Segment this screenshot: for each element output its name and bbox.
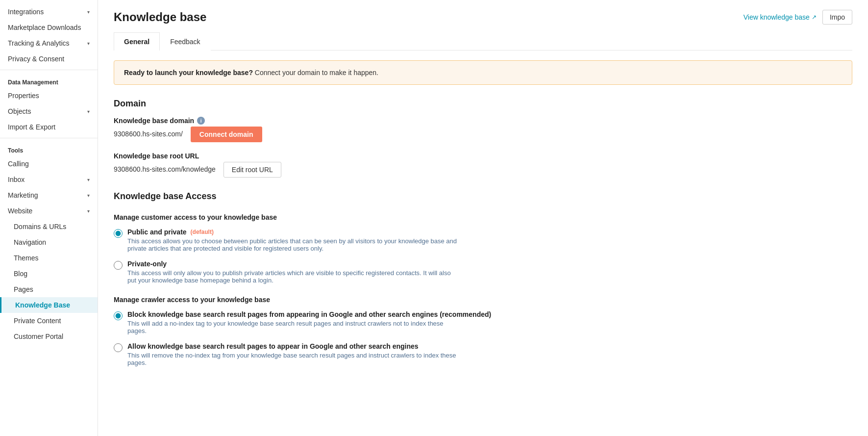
sidebar-section-tools: Tools bbox=[0, 141, 98, 156]
sidebar-item-label: Integrations bbox=[8, 8, 44, 16]
sidebar-item-private-content[interactable]: Private Content bbox=[0, 313, 98, 329]
chevron-down-icon: ▾ bbox=[87, 208, 90, 214]
sidebar-item-label: Tracking & Analytics bbox=[8, 39, 70, 47]
sidebar-item-label: Import & Export bbox=[8, 123, 55, 131]
radio-public-private-description: This access allows you to choose between… bbox=[127, 237, 461, 252]
tabs-bar: General Feedback bbox=[114, 32, 852, 51]
radio-public-private-labels: Public and private (default) This access… bbox=[127, 228, 461, 252]
sidebar-item-calling[interactable]: Calling bbox=[0, 156, 98, 172]
access-section: Knowledge base Access Manage customer ac… bbox=[114, 191, 852, 366]
page-title: Knowledge base bbox=[114, 10, 206, 24]
chevron-down-icon: ▾ bbox=[87, 41, 90, 46]
sidebar-item-customer-portal[interactable]: Customer Portal bbox=[0, 329, 98, 344]
sidebar-item-label: Pages bbox=[14, 285, 33, 293]
connect-domain-button[interactable]: Connect domain bbox=[191, 127, 262, 142]
radio-option-private-only: Private-only This access will only allow… bbox=[114, 260, 852, 284]
sidebar-item-import-export[interactable]: Import & Export bbox=[0, 119, 98, 135]
chevron-down-icon: ▾ bbox=[87, 193, 90, 198]
sidebar-item-website[interactable]: Website ▾ bbox=[0, 203, 98, 219]
import-button[interactable]: Impo bbox=[822, 10, 852, 25]
root-url-row: 9308600.hs-sites.com/knowledge Edit root… bbox=[114, 162, 852, 178]
domain-row: 9308600.hs-sites.com/ Connect domain bbox=[114, 127, 852, 142]
domain-label: Knowledge base domain i bbox=[114, 117, 852, 125]
sidebar-item-integrations[interactable]: Integrations ▾ bbox=[0, 4, 98, 20]
sidebar-item-domains-urls[interactable]: Domains & URLs bbox=[0, 219, 98, 234]
sidebar-divider-2 bbox=[0, 138, 98, 138]
radio-option-public-private: Public and private (default) This access… bbox=[114, 228, 852, 252]
radio-allow-crawlers-description: This will remove the no-index tag from y… bbox=[127, 352, 461, 366]
edit-root-url-button[interactable]: Edit root URL bbox=[223, 162, 281, 178]
view-knowledge-base-label: View knowledge base bbox=[744, 13, 810, 21]
radio-private-only-description: This access will only allow you to publi… bbox=[127, 269, 461, 284]
radio-allow-crawlers-labels: Allow knowledge base search result pages… bbox=[127, 342, 461, 366]
sidebar-item-themes[interactable]: Themes bbox=[0, 250, 98, 266]
radio-public-private[interactable] bbox=[114, 229, 123, 238]
radio-private-only[interactable] bbox=[114, 261, 123, 270]
sidebar-divider bbox=[0, 70, 98, 70]
crawler-access-radio-group: Block knowledge base search result pages… bbox=[114, 310, 852, 366]
sidebar-item-label: Knowledge Base bbox=[15, 301, 70, 309]
content-area: Ready to launch your knowledge base? Con… bbox=[98, 60, 868, 382]
manage-customer-access-label: Manage customer access to your knowledge… bbox=[114, 213, 852, 221]
sidebar-item-marketing[interactable]: Marketing ▾ bbox=[0, 187, 98, 203]
sidebar-item-label: Customer Portal bbox=[14, 333, 63, 340]
sidebar-item-label: Blog bbox=[14, 270, 27, 278]
sidebar-item-label: Calling bbox=[8, 160, 29, 168]
sidebar-item-navigation[interactable]: Navigation bbox=[0, 234, 98, 250]
sidebar-item-objects[interactable]: Objects ▾ bbox=[0, 103, 98, 119]
main-content: Knowledge base View knowledge base ↗ Imp… bbox=[98, 0, 868, 436]
banner-description: Connect your domain to make it happen. bbox=[255, 69, 378, 77]
customer-access-radio-group: Public and private (default) This access… bbox=[114, 228, 852, 284]
sidebar-item-knowledge-base[interactable]: Knowledge Base bbox=[0, 297, 98, 313]
sidebar-item-privacy-consent[interactable]: Privacy & Consent bbox=[0, 51, 98, 67]
sidebar-item-label: Website bbox=[8, 207, 32, 215]
page-header: Knowledge base View knowledge base ↗ Imp… bbox=[98, 0, 868, 25]
sidebar-item-tracking-analytics[interactable]: Tracking & Analytics ▾ bbox=[0, 35, 98, 51]
sidebar-section-data-management: Data Management bbox=[0, 73, 98, 88]
badge-default: (default) bbox=[191, 229, 214, 235]
domain-section: Domain Knowledge base domain i 9308600.h… bbox=[114, 99, 852, 178]
sidebar-item-pages[interactable]: Pages bbox=[0, 282, 98, 297]
sidebar: Integrations ▾ Marketplace Downloads Tra… bbox=[0, 0, 98, 436]
banner-text: Ready to launch your knowledge base? Con… bbox=[124, 69, 378, 77]
access-section-title: Knowledge base Access bbox=[114, 191, 852, 202]
tab-feedback[interactable]: Feedback bbox=[160, 32, 210, 51]
radio-allow-crawlers[interactable] bbox=[114, 343, 123, 352]
chevron-down-icon: ▾ bbox=[87, 109, 90, 114]
banner-bold-text: Ready to launch your knowledge base? bbox=[124, 69, 253, 77]
chevron-down-icon: ▾ bbox=[87, 9, 90, 15]
sidebar-item-label: Privacy & Consent bbox=[8, 55, 64, 63]
radio-private-only-labels: Private-only This access will only allow… bbox=[127, 260, 461, 284]
chevron-down-icon: ▾ bbox=[87, 177, 90, 182]
radio-block-crawlers-labels: Block knowledge base search result pages… bbox=[127, 310, 491, 334]
radio-public-private-label[interactable]: Public and private (default) bbox=[127, 228, 461, 236]
radio-allow-crawlers-label[interactable]: Allow knowledge base search result pages… bbox=[127, 342, 461, 350]
sidebar-item-label: Marketing bbox=[8, 191, 38, 199]
radio-block-crawlers-description: This will add a no-index tag to your kno… bbox=[127, 320, 461, 334]
info-banner: Ready to launch your knowledge base? Con… bbox=[114, 60, 852, 85]
sidebar-item-label: Private Content bbox=[14, 317, 61, 325]
sidebar-item-label: Inbox bbox=[8, 176, 25, 183]
domain-section-title: Domain bbox=[114, 99, 852, 109]
root-url-label: Knowledge base root URL bbox=[114, 152, 852, 160]
radio-option-allow-crawlers: Allow knowledge base search result pages… bbox=[114, 342, 852, 366]
root-url-value: 9308600.hs-sites.com/knowledge bbox=[114, 165, 216, 173]
header-actions: View knowledge base ↗ Impo bbox=[744, 10, 852, 25]
sidebar-item-label: Objects bbox=[8, 107, 31, 115]
manage-crawler-access-label: Manage crawler access to your knowledge … bbox=[114, 296, 852, 304]
sidebar-item-label: Properties bbox=[8, 92, 39, 100]
tab-general[interactable]: General bbox=[114, 32, 160, 51]
info-icon[interactable]: i bbox=[197, 117, 205, 125]
radio-block-crawlers[interactable] bbox=[114, 311, 123, 320]
sidebar-item-label: Navigation bbox=[14, 238, 46, 246]
domain-value: 9308600.hs-sites.com/ bbox=[114, 130, 183, 138]
view-knowledge-base-link[interactable]: View knowledge base ↗ bbox=[744, 13, 817, 21]
sidebar-item-blog[interactable]: Blog bbox=[0, 266, 98, 282]
sidebar-item-inbox[interactable]: Inbox ▾ bbox=[0, 172, 98, 187]
radio-block-crawlers-label[interactable]: Block knowledge base search result pages… bbox=[127, 310, 491, 318]
radio-private-only-label[interactable]: Private-only bbox=[127, 260, 461, 268]
sidebar-item-marketplace-downloads[interactable]: Marketplace Downloads bbox=[0, 20, 98, 35]
sidebar-item-label: Domains & URLs bbox=[14, 223, 66, 231]
sidebar-item-label: Marketplace Downloads bbox=[8, 24, 81, 31]
sidebar-item-properties[interactable]: Properties bbox=[0, 88, 98, 103]
